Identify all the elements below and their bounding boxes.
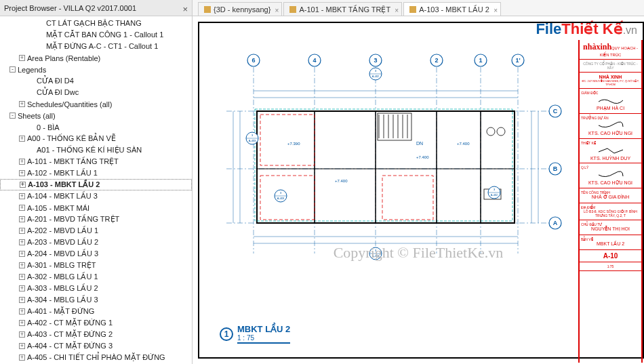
svg-text:1: 1: [479, 57, 482, 64]
tree-item[interactable]: +A-104 - MBKT LẦU 3: [0, 190, 192, 202]
svg-text:A-403: A-403: [372, 254, 380, 258]
expand-icon[interactable]: +: [19, 262, 25, 268]
expand-icon[interactable]: +: [19, 343, 25, 349]
view-tab[interactable]: A-101 - MBKT TẦNG TRỆT×: [283, 2, 402, 16]
tree-item[interactable]: +A-203 - MBVD LẦU 2: [0, 237, 192, 248]
titleblock[interactable]: nhàxinhQUY HOẠCH - KIẾN TRÚC CÔNG TY CỔ …: [578, 40, 643, 363]
tree-item[interactable]: +A-102 - MBKT LẦU 1: [0, 167, 192, 179]
expand-icon[interactable]: +: [19, 228, 25, 234]
tree-item[interactable]: 0 - BÌA: [0, 121, 192, 133]
close-icon[interactable]: ×: [494, 4, 498, 18]
svg-text:+7.400: +7.400: [335, 179, 348, 183]
expand-icon[interactable]: +: [19, 285, 25, 291]
collapse-icon[interactable]: -: [9, 113, 16, 119]
view-number: 1: [220, 327, 233, 341]
view-tab[interactable]: A-103 - MBKT LẦU 2×: [403, 2, 501, 16]
tree-item[interactable]: +Schedules/Quantities (all): [0, 98, 192, 110]
tree-item[interactable]: +A-301 - MBLG TRỆT: [0, 260, 192, 271]
tree-item[interactable]: +A-402 - CT MẶT ĐỨNG 1: [0, 317, 192, 329]
expand-icon[interactable]: +: [19, 170, 25, 176]
expand-icon[interactable]: +: [19, 331, 25, 338]
svg-rect-43: [260, 176, 315, 220]
close-icon[interactable]: ×: [275, 4, 279, 18]
expand-icon[interactable]: +: [19, 193, 25, 199]
svg-text:+7.400: +7.400: [457, 142, 470, 146]
tree-label: A-103 - MBKT LẦU 2: [28, 180, 100, 189]
svg-text:1': 1': [515, 57, 520, 64]
expand-icon[interactable]: +: [19, 274, 25, 280]
tree-item[interactable]: A01 - THỐNG KÊ KÍ HIỆU SÀN: [0, 144, 192, 156]
tree-item[interactable]: +A-304 - MBLG LẦU 3: [0, 294, 192, 306]
svg-text:+7.390: +7.390: [287, 142, 300, 146]
svg-text:A-402: A-402: [372, 75, 380, 78]
svg-text:A-403: A-403: [249, 139, 256, 142]
tree-label: A-202 - MBVD LẦU 1: [27, 226, 98, 235]
view-tabs: {3D - kennysang}×A-101 - MBKT TẦNG TRỆT×…: [193, 0, 501, 16]
expand-icon[interactable]: +: [19, 101, 25, 107]
tree-item[interactable]: +A-103 - MBKT LẦU 2: [0, 179, 192, 190]
tree-item[interactable]: MẶT ĐỨNG A-C - CT1 - Callout 1: [0, 41, 192, 52]
tree-label: 0 - BÌA: [37, 123, 60, 132]
expand-icon[interactable]: +: [19, 159, 25, 165]
expand-icon[interactable]: +: [19, 251, 25, 257]
expand-icon[interactable]: +: [19, 239, 25, 245]
tree-item[interactable]: +A-204 - MBVD LẦU 3: [0, 248, 192, 260]
tree-item[interactable]: +A00 - THỐNG KÊ BẢN VẼ: [0, 133, 192, 144]
sheet-icon: [289, 6, 296, 13]
tree-item[interactable]: +A-202 - MBVD LẦU 1: [0, 225, 192, 237]
expand-icon[interactable]: +: [19, 308, 25, 315]
tree-item[interactable]: +A-403 - CT MẶT ĐỨNG 2: [0, 329, 192, 340]
tree-item[interactable]: -Legends: [0, 64, 192, 75]
collapse-icon[interactable]: -: [9, 66, 16, 73]
svg-point-49: [487, 127, 495, 136]
expand-icon[interactable]: +: [19, 216, 25, 222]
tree-item[interactable]: +A-401 - MẶT ĐỨNG: [0, 306, 192, 317]
tree-item[interactable]: +A-405 - CHI TIẾT CHỈ PHÀO MẶT ĐỨNG: [0, 352, 192, 363]
svg-text:C: C: [553, 108, 558, 115]
project-browser-tree[interactable]: CT LÁT GẠCH BẬC THANGMẶT CẮT BAN CÔNG 1 …: [0, 16, 193, 364]
svg-text:6: 6: [251, 57, 255, 64]
tree-label: A-304 - MBLG LẦU 3: [27, 296, 98, 304]
tree-label: Sheets (all): [18, 112, 56, 120]
tree-item[interactable]: CỬA ĐI D4: [0, 75, 192, 87]
expand-icon[interactable]: +: [19, 297, 25, 303]
svg-text:+7.400: +7.400: [416, 155, 429, 159]
svg-text:2: 2: [435, 57, 438, 64]
view-tab[interactable]: {3D - kennysang}×: [198, 2, 282, 16]
tree-label: A-405 - CHI TIẾT CHỈ PHÀO MẶT ĐỨNG: [27, 353, 165, 362]
tree-item[interactable]: +Area Plans (Rentable): [0, 52, 192, 64]
expand-icon[interactable]: +: [19, 320, 25, 326]
tree-label: A-203 - MBVD LẦU 2: [27, 238, 98, 247]
expand-icon[interactable]: +: [19, 355, 25, 361]
tree-item[interactable]: +A-303 - MBLG LẦU 2: [0, 283, 192, 294]
expand-icon[interactable]: +: [19, 205, 25, 211]
expand-icon[interactable]: +: [20, 182, 26, 188]
project-browser-title: Project Browser - VILLA Q2 v2017.0001 ×: [0, 0, 193, 16]
tree-label: A-101 - MBKT TẦNG TRỆT: [27, 157, 119, 166]
tree-label: A-401 - MẶT ĐỨNG: [27, 307, 94, 316]
expand-icon[interactable]: +: [19, 136, 25, 142]
browser-title-text: Project Browser - VILLA Q2 v2017.0001: [4, 4, 136, 12]
tree-label: CỬA ĐI D4: [37, 77, 74, 85]
tree-item[interactable]: +A-101 - MBKT TẦNG TRỆT: [0, 156, 192, 167]
tree-item[interactable]: +A-404 - CT MẶT ĐỨNG 3: [0, 340, 192, 352]
svg-rect-27: [257, 111, 515, 223]
tree-item[interactable]: +A-302 - MBLG LẦU 1: [0, 271, 192, 283]
tree-item[interactable]: CỬA ĐI Dwc: [0, 87, 192, 98]
close-icon[interactable]: ×: [182, 1, 188, 18]
floor-plan[interactable]: 643211' CBA: [213, 43, 565, 267]
stair-dn-label: DN: [416, 141, 423, 146]
tree-item[interactable]: +A-105 - MBKT MÁI: [0, 202, 192, 214]
close-icon[interactable]: ×: [395, 4, 399, 18]
tree-item[interactable]: +A-201 - MBVD TẦNG TRỆT: [0, 214, 192, 225]
tree-label: A00 - THỐNG KÊ BẢN VẼ: [27, 134, 116, 143]
expand-icon[interactable]: +: [19, 55, 25, 61]
tree-label: MẶT CẮT BAN CÔNG 1 - Callout 1: [46, 31, 163, 39]
svg-text:A: A: [553, 220, 558, 226]
tree-item[interactable]: CT LÁT GẠCH BẬC THANG: [0, 18, 192, 29]
tree-label: Area Plans (Rentable): [27, 54, 100, 62]
drawing-viewport[interactable]: FileThiết Kế.vn 643211' CBA: [193, 16, 644, 364]
tree-item[interactable]: MẶT CẮT BAN CÔNG 1 - Callout 1: [0, 29, 192, 41]
view-title[interactable]: 1 MBKT LẦU 2 1 : 75: [220, 324, 290, 344]
tree-item[interactable]: -Sheets (all): [0, 110, 192, 121]
